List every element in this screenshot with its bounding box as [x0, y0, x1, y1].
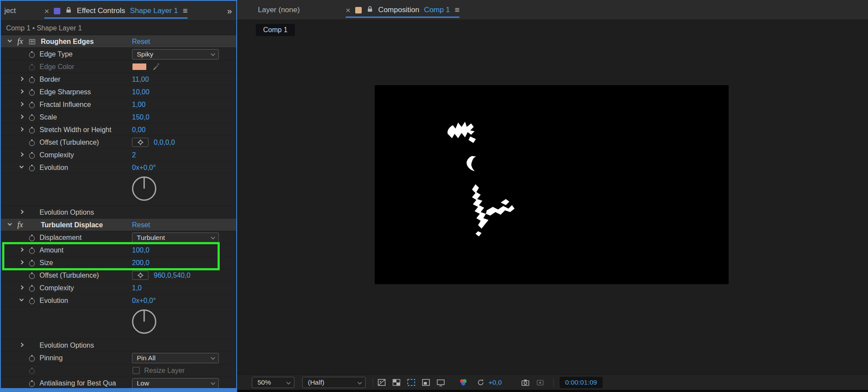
transparency-grid-icon[interactable] — [390, 377, 403, 388]
stopwatch-icon[interactable] — [29, 89, 35, 96]
panel-menu-icon[interactable]: ≡ — [455, 5, 459, 15]
crosshair-button[interactable] — [132, 271, 149, 280]
expander-icon[interactable] — [20, 127, 24, 132]
view-layout-icon[interactable] — [435, 377, 447, 388]
evolution-dial[interactable] — [132, 309, 156, 334]
expander-icon[interactable] — [20, 90, 24, 94]
stopwatch-icon[interactable] — [29, 140, 35, 146]
expander-icon[interactable] — [20, 210, 24, 214]
param-label: Size — [40, 256, 53, 269]
collapse-icon[interactable] — [8, 38, 12, 43]
region-of-interest-icon[interactable] — [405, 377, 417, 388]
panel-comp-name: Comp 1 — [424, 6, 450, 14]
fx-toggle-icon[interactable]: fx — [17, 219, 23, 231]
collapse-icon[interactable] — [20, 164, 24, 169]
stopwatch-icon[interactable] — [29, 298, 35, 304]
stopwatch-icon[interactable] — [29, 247, 35, 254]
resolution-dropdown[interactable]: (Half) — [302, 377, 366, 388]
param-value[interactable]: 200,0 — [132, 256, 149, 269]
expander-icon[interactable] — [20, 286, 24, 290]
group-label: Evolution Options — [40, 206, 94, 219]
fx-toggle-icon[interactable]: fx — [17, 35, 23, 48]
checkbox-label: Resize Layer — [144, 364, 185, 377]
panel-menu-icon[interactable]: ≡ — [183, 6, 188, 16]
stopwatch-icon[interactable] — [29, 102, 35, 108]
stopwatch-icon[interactable] — [29, 152, 35, 159]
exposure-value[interactable]: +0,0 — [488, 379, 502, 386]
effect-header-turbulent-displace[interactable]: fx Turbulent Displace Reset — [1, 219, 236, 231]
tab-layer[interactable]: Layer (none) — [258, 0, 300, 20]
snapshot-camera-icon[interactable] — [519, 377, 531, 388]
param-value[interactable]: 0x+0,0° — [132, 294, 156, 307]
param-value[interactable]: 0x+0,0° — [132, 161, 156, 174]
param-value[interactable]: 1,00 — [132, 98, 145, 111]
stopwatch-icon[interactable] — [29, 272, 35, 279]
stopwatch-icon[interactable] — [29, 114, 35, 121]
color-swatch[interactable] — [132, 63, 147, 70]
expander-icon[interactable] — [20, 260, 24, 265]
reset-link[interactable]: Reset — [132, 35, 150, 48]
tab-project-partial[interactable]: ject — [4, 1, 16, 21]
expander-icon[interactable] — [20, 115, 24, 119]
stopwatch-icon[interactable] — [29, 260, 35, 266]
comp-canvas[interactable] — [375, 85, 729, 284]
tab-composition[interactable]: × Composition Comp 1 ≡ — [346, 0, 459, 20]
expander-icon[interactable] — [20, 102, 24, 106]
show-channel-icon[interactable] — [457, 377, 469, 388]
stopwatch-icon[interactable] — [29, 380, 35, 387]
stopwatch-icon[interactable] — [29, 235, 35, 241]
param-value[interactable]: 0,00 — [132, 123, 145, 136]
stopwatch-icon[interactable] — [29, 355, 35, 362]
expander-icon[interactable] — [20, 153, 24, 157]
eyedropper-icon[interactable] — [152, 63, 160, 72]
param-value[interactable]: 10,00 — [132, 86, 149, 98]
param-row-evolution: Evolution 0x+0,0° — [1, 161, 236, 174]
param-value[interactable]: 2 — [132, 149, 136, 161]
param-value[interactable]: 11,00 — [132, 73, 149, 86]
tab-effect-controls[interactable]: × Effect Controls Shape Layer 1 ≡ — [44, 1, 188, 21]
lock-icon[interactable] — [366, 6, 373, 14]
panel-layer-name: Shape Layer 1 — [130, 7, 178, 15]
lock-icon[interactable] — [65, 7, 72, 15]
evolution-dial[interactable] — [132, 176, 156, 201]
pinning-dropdown[interactable]: Pin All — [132, 353, 219, 363]
zoom-dropdown[interactable]: 50% — [252, 377, 294, 388]
param-value[interactable]: 0,0,0,0 — [154, 136, 175, 149]
param-value[interactable]: 960,0,540,0 — [154, 269, 191, 282]
active-panel-border — [0, 389, 237, 392]
chevron-down-icon — [287, 380, 291, 384]
reset-exposure-icon[interactable] — [475, 377, 487, 388]
timecode-display[interactable]: 0:00:01:09 — [560, 377, 603, 388]
param-value[interactable]: 150,0 — [132, 111, 149, 123]
collapse-icon[interactable] — [20, 297, 24, 302]
expander-icon[interactable] — [20, 248, 24, 252]
show-snapshot-icon[interactable] — [534, 377, 546, 388]
stopwatch-icon[interactable] — [29, 285, 35, 292]
stopwatch-icon[interactable] — [29, 165, 35, 171]
chevron-down-icon — [211, 52, 215, 56]
stopwatch-icon — [29, 64, 35, 70]
antialiasing-dropdown[interactable]: Low — [132, 378, 219, 389]
effect-header-roughen-edges[interactable]: fx Roughen Edges Reset — [1, 35, 236, 48]
expander-icon[interactable] — [20, 77, 24, 81]
expander-icon[interactable] — [20, 343, 24, 347]
close-icon[interactable]: × — [44, 7, 49, 15]
composition-viewer[interactable]: Comp 1 — [237, 20, 868, 374]
stopwatch-icon[interactable] — [29, 51, 35, 58]
grid-guides-icon[interactable] — [376, 377, 388, 388]
stopwatch-icon[interactable] — [29, 76, 35, 83]
viewer-comp-tab[interactable]: Comp 1 — [256, 24, 295, 36]
evolution-dial-row — [1, 174, 236, 206]
displacement-dropdown[interactable]: Turbulent — [132, 233, 219, 243]
param-value[interactable]: 100,0 — [132, 244, 149, 256]
comp-artwork — [375, 85, 729, 284]
collapse-icon[interactable] — [8, 222, 12, 226]
safe-margins-icon[interactable] — [420, 377, 432, 388]
tab-overflow-icon[interactable]: » — [227, 1, 232, 21]
crosshair-button[interactable] — [132, 138, 149, 147]
stopwatch-icon[interactable] — [29, 127, 35, 133]
param-value[interactable]: 1,0 — [132, 282, 142, 294]
reset-link[interactable]: Reset — [132, 219, 150, 231]
close-icon[interactable]: × — [346, 6, 350, 14]
edge-type-dropdown[interactable]: Spiky — [132, 49, 219, 60]
